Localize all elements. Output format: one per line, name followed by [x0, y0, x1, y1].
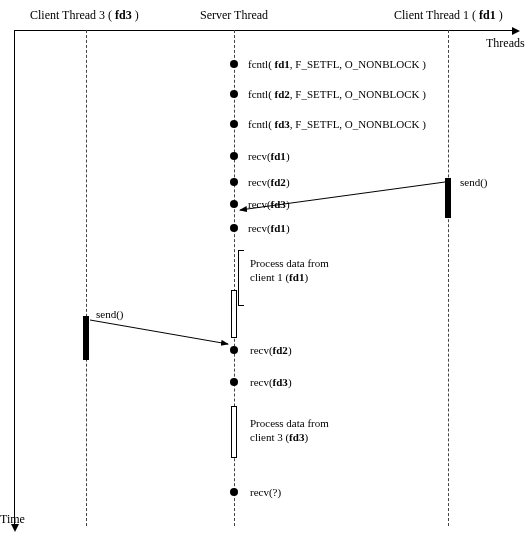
event-dot [230, 152, 238, 160]
header-client3-pre: Client Thread 3 ( [30, 8, 115, 22]
event-fcntl-fd3: fcntl( fd3, F_SETFL, O_NONBLOCK ) [248, 118, 426, 130]
header-client3: Client Thread 3 ( fd3 ) [30, 8, 139, 23]
event-dot [230, 60, 238, 68]
bracket-icon [238, 250, 239, 306]
event-recv-fd2-b: recv(fd2) [250, 344, 292, 356]
process-block-2: Process data from client 3 (fd3) [250, 416, 329, 444]
client1-activation [445, 178, 451, 218]
event-recv-fd3-a: recv(fd3) [248, 198, 290, 210]
header-server: Server Thread [200, 8, 268, 23]
axis-threads [14, 30, 514, 31]
event-dot [230, 488, 238, 496]
event-fcntl-fd1: fcntl( fd1, F_SETFL, O_NONBLOCK ) [248, 58, 426, 70]
event-dot [230, 200, 238, 208]
msg-send-client3: send() [96, 308, 124, 320]
server-activation-hollow [231, 290, 237, 338]
header-client3-suf: ) [132, 8, 139, 22]
event-dot [230, 346, 238, 354]
event-recv-fd2-a: recv(fd2) [248, 176, 290, 188]
axis-label-time: Time [0, 512, 25, 527]
header-client3-fd: fd3 [115, 8, 132, 22]
event-recv-fd1-b: recv(fd1) [248, 222, 290, 234]
header-client1-fd: fd1 [479, 8, 496, 22]
event-dot [230, 90, 238, 98]
axis-time [14, 30, 15, 526]
svg-line-1 [90, 320, 228, 344]
event-recv-fd3-b: recv(fd3) [250, 376, 292, 388]
event-fcntl-fd2: fcntl( fd2, F_SETFL, O_NONBLOCK ) [248, 88, 426, 100]
lifeline-client3 [86, 30, 87, 526]
arrow-right-icon [512, 27, 520, 35]
process-block-1: Process data from client 1 (fd1) [250, 256, 329, 284]
server-activation-hollow-2 [231, 406, 237, 458]
event-dot [230, 120, 238, 128]
event-dot [230, 224, 238, 232]
header-client1: Client Thread 1 ( fd1 ) [394, 8, 503, 23]
msg-send-client1: send() [460, 176, 488, 188]
event-dot [230, 178, 238, 186]
axis-label-threads: Threads [486, 36, 525, 51]
header-client1-pre: Client Thread 1 ( [394, 8, 479, 22]
event-recv-fd1-a: recv(fd1) [248, 150, 290, 162]
header-client1-suf: ) [496, 8, 503, 22]
event-dot [230, 378, 238, 386]
event-recv-unknown: recv(?) [250, 486, 281, 498]
client3-activation [83, 316, 89, 360]
sequence-diagram: Threads Time Client Thread 3 ( fd3 ) Ser… [0, 0, 526, 536]
lifeline-client1 [448, 30, 449, 526]
